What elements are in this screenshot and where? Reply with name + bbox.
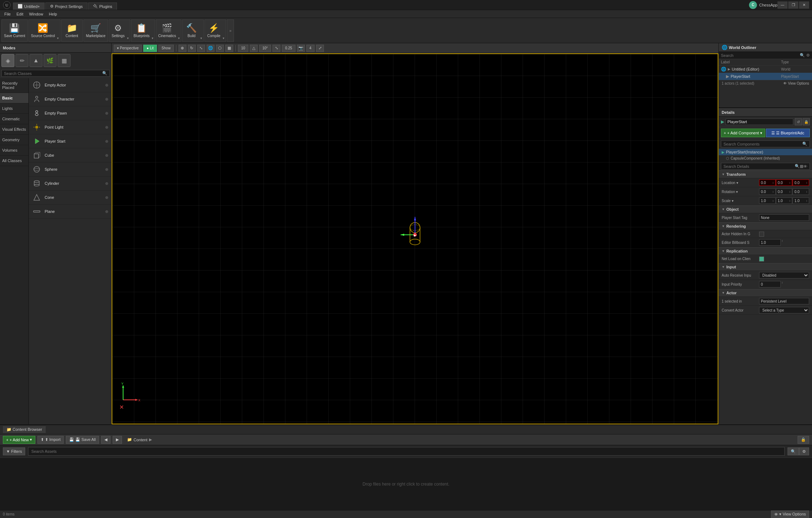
empty-actor-add[interactable]: ⊕ <box>105 83 108 88</box>
search-components-input[interactable] <box>723 142 802 146</box>
search-classes-input[interactable] <box>4 71 102 76</box>
list-item-cylinder[interactable]: Cylinder ⊕ <box>29 177 111 191</box>
save-all-button[interactable]: 💾 💾 Save All <box>66 436 99 444</box>
billboard-input[interactable]: 1.0 <box>759 239 781 246</box>
actor-hidden-toggle[interactable] <box>759 232 764 237</box>
list-item-plane[interactable]: Plane ⊕ <box>29 205 111 219</box>
tab-project-settings[interactable]: ⚙ Project Settings <box>45 3 87 10</box>
viewport[interactable]: ▶ X Y <box>112 53 718 424</box>
list-item-cube[interactable]: Cube ⊕ <box>29 148 111 162</box>
search-assets-icon[interactable]: 🔍 <box>788 447 799 455</box>
blueprint-button[interactable]: ☰ ☰ Blueprint/Adc <box>766 129 810 137</box>
toolbar-marketplace[interactable]: 🛒 Marketplace <box>84 19 108 42</box>
mode-paint[interactable]: ✏ <box>15 54 28 67</box>
list-item-sphere[interactable]: Sphere ⊕ <box>29 162 111 177</box>
outliner-item-playerstart[interactable]: ▶ PlayerStart PlayerStart <box>719 73 812 80</box>
mode-bsp[interactable]: ▦ <box>58 54 71 67</box>
toolbar-source-control[interactable]: 🔀 Source Control ▼ <box>28 19 60 42</box>
toolbar-save-current[interactable]: 💾 Save Current <box>1 19 28 42</box>
add-component-button[interactable]: + + Add Component ▾ <box>721 129 765 137</box>
mode-foliage[interactable]: 🌿 <box>44 54 57 67</box>
empty-pawn-add[interactable]: ⊕ <box>105 111 108 116</box>
scale-z-input[interactable]: 1.0 ↕ <box>793 197 809 204</box>
net-load-toggle[interactable] <box>759 256 764 262</box>
add-new-button[interactable]: + + Add New ▾ <box>3 436 35 444</box>
scale-y-input[interactable]: 1.0 ↕ <box>776 197 793 204</box>
vp-angle-value[interactable]: 10° <box>259 45 271 52</box>
details-eye-btn[interactable]: 👁 <box>803 164 807 169</box>
menu-help[interactable]: Help <box>46 11 60 17</box>
location-z-input[interactable]: 0.0 ↕ <box>793 179 809 186</box>
list-item-empty-actor[interactable]: Empty Actor ⊕ <box>29 78 111 92</box>
location-x-input[interactable]: 0.0 ↕ <box>759 179 776 186</box>
menu-file[interactable]: File <box>1 11 14 17</box>
location-y-spin[interactable]: ↕ <box>789 181 790 184</box>
scale-x-input[interactable]: 1.0 ↕ <box>759 197 776 204</box>
empty-character-add[interactable]: ⊕ <box>105 97 108 102</box>
section-actor[interactable]: ▼ Actor <box>719 289 812 297</box>
section-rendering[interactable]: ▼ Rendering <box>719 222 812 230</box>
outliner-search-input[interactable] <box>721 53 798 58</box>
vp-angle-icon[interactable]: △ <box>250 45 258 52</box>
vp-maximize-icon[interactable]: ⤢ <box>316 45 324 52</box>
category-basic[interactable]: Basic <box>0 93 28 103</box>
toolbar-blueprints[interactable]: 📋 Blueprints ▼ <box>131 19 155 42</box>
vp-grid-icon[interactable]: ▦ <box>225 45 233 52</box>
list-item-player-start[interactable]: Player Start ⊕ <box>29 134 111 148</box>
toolbar-cinematics[interactable]: 🎬 Cinematics ▼ <box>156 19 181 42</box>
details-lock-button[interactable]: 🔒 <box>803 118 810 125</box>
category-recently-placed[interactable]: Recently Placed <box>0 78 28 93</box>
menu-window[interactable]: Window <box>26 11 46 17</box>
location-z-spin[interactable]: ↕ <box>806 181 807 184</box>
category-lights[interactable]: Lights <box>0 103 28 114</box>
auto-receive-dropdown[interactable]: Disabled Player 0 Player 1 <box>759 272 809 278</box>
cone-add[interactable]: ⊕ <box>105 195 108 200</box>
category-geometry[interactable]: Geometry <box>0 135 28 145</box>
mode-place[interactable]: ◈ <box>1 54 14 67</box>
vp-scale-icon2[interactable]: ⤡ <box>272 45 280 52</box>
nav-back-button[interactable]: ◀ <box>101 436 110 444</box>
category-all-classes[interactable]: All Classes <box>0 156 28 166</box>
toolbar-settings[interactable]: ⚙ Settings ▼ <box>109 19 130 42</box>
vp-grid-value[interactable]: 10 <box>238 45 248 52</box>
mode-landscape[interactable]: ▲ <box>30 54 42 67</box>
input-priority-input[interactable]: 0 <box>759 281 781 287</box>
close-button[interactable]: ✕ <box>799 1 809 9</box>
vp-scale-value[interactable]: 0.25 <box>282 45 295 52</box>
vp-surface-icon[interactable]: ⬡ <box>216 45 224 52</box>
cb-lock-button[interactable]: 🔒 <box>798 436 809 444</box>
list-item-cone[interactable]: Cone ⊕ <box>29 191 111 205</box>
vp-camera-icon[interactable]: 📷 <box>297 45 305 52</box>
outliner-item-untitled[interactable]: 🌐 ▶ Untitled (Editor) World <box>719 66 812 73</box>
rotation-x-input[interactable]: 0.0 ↕ <box>759 188 776 195</box>
vp-show-button[interactable]: Show <box>158 45 174 52</box>
rotation-z-input[interactable]: 0.0 ↕ <box>793 188 809 195</box>
search-assets-input[interactable] <box>28 447 785 456</box>
component-capsule[interactable]: ⬡ CapsuleComponent (Inherited) <box>719 155 812 161</box>
category-visual-effects[interactable]: Visual Effects <box>0 124 28 135</box>
billboard-spin[interactable]: ↕ <box>781 239 783 246</box>
toolbar-build[interactable]: 🔨 Build ▼ <box>182 19 204 42</box>
nav-forward-button[interactable]: ▶ <box>113 436 122 444</box>
category-cinematic[interactable]: Cinematic <box>0 114 28 124</box>
restore-button[interactable]: ❐ <box>788 1 798 9</box>
priority-spin[interactable]: ↕ <box>781 281 783 287</box>
section-transform[interactable]: ▼ Transform <box>719 170 812 178</box>
list-item-empty-character[interactable]: Empty Character ⊕ <box>29 92 111 106</box>
section-replication[interactable]: ▼ Replication <box>719 247 812 255</box>
tab-plugins[interactable]: 🔌 Plugins <box>88 3 117 10</box>
convert-actor-dropdown[interactable]: Select a Type <box>759 307 809 313</box>
details-name-input[interactable] <box>726 119 793 125</box>
content-browser-tab[interactable]: 📁 Content Browser <box>3 426 46 433</box>
vp-rotate-icon[interactable]: ↻ <box>188 45 196 52</box>
vp-cam-speed[interactable]: 4 <box>306 45 315 52</box>
outliner-options-icon[interactable]: ⚙ <box>806 53 810 58</box>
sphere-add[interactable]: ⊕ <box>105 167 108 172</box>
section-input[interactable]: ▼ Input <box>719 263 812 271</box>
cylinder-add[interactable]: ⊕ <box>105 181 108 186</box>
list-item-point-light[interactable]: Point Light ⊕ <box>29 120 111 134</box>
toolbar-compile[interactable]: ⚡ Compile ▼ <box>204 19 226 42</box>
location-x-spin[interactable]: ↕ <box>772 181 774 184</box>
view-options-button[interactable]: 👁 ▾ View Options <box>771 510 809 518</box>
details-reset-button[interactable]: ↺ <box>795 118 802 125</box>
